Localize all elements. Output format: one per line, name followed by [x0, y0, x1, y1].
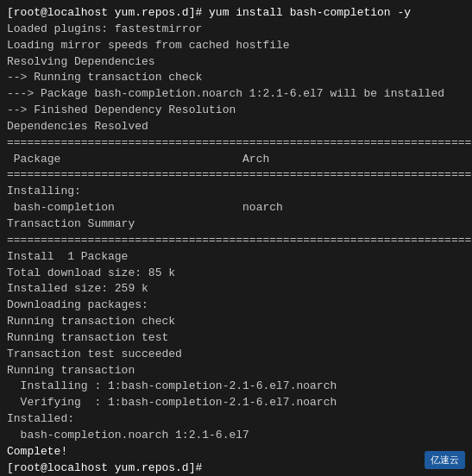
terminal-line: Transaction Summary	[7, 216, 465, 233]
terminal-line: Total download size: 85 k	[7, 266, 465, 282]
terminal-line: Verifying : 1:bash-completion-2.1-6.el7.…	[7, 395, 465, 411]
terminal-line: Complete!	[7, 444, 465, 460]
terminal-line: Installing : 1:bash-completion-2.1-6.el7…	[7, 379, 465, 395]
terminal-line: bash-completion noarch	[7, 200, 465, 216]
terminal-line: Loaded plugins: fastestmirror	[7, 22, 465, 38]
terminal-line: bash-completion.noarch 1:2.1-6.el7	[7, 428, 465, 444]
terminal-line: [root@localhost yum.repos.d]#	[7, 460, 465, 476]
terminal-line: Installing:	[7, 184, 465, 200]
terminal-window: [root@localhost yum.repos.d]# yum instal…	[0, 0, 472, 476]
terminal-line: ========================================…	[7, 135, 465, 152]
watermark-badge: 亿速云	[425, 451, 465, 469]
terminal-line: Installed size: 259 k	[7, 281, 465, 298]
terminal-line: Install 1 Package	[7, 249, 465, 266]
terminal-line: Downloading packages:	[7, 298, 465, 314]
terminal-output: [root@localhost yum.repos.d]# yum instal…	[7, 5, 465, 476]
terminal-line: Running transaction	[7, 363, 465, 379]
terminal-line: Resolving Dependencies	[7, 54, 465, 71]
terminal-line: ========================================…	[7, 233, 465, 249]
terminal-line: Transaction test succeeded	[7, 347, 465, 363]
terminal-line: Package Arch	[7, 152, 465, 168]
terminal-line: --> Running transaction check	[7, 70, 465, 86]
terminal-line: ========================================…	[7, 167, 465, 184]
terminal-line: Loading mirror speeds from cached hostfi…	[7, 38, 465, 54]
terminal-line: --> Finished Dependency Resolution	[7, 103, 465, 119]
terminal-line: Running transaction check	[7, 314, 465, 330]
terminal-line: ---> Package bash-completion.noarch 1:2.…	[7, 86, 465, 103]
terminal-line: Running transaction test	[7, 330, 465, 347]
terminal-line: [root@localhost yum.repos.d]# yum instal…	[7, 5, 465, 22]
terminal-line: Dependencies Resolved	[7, 119, 465, 135]
terminal-line: Installed:	[7, 411, 465, 428]
